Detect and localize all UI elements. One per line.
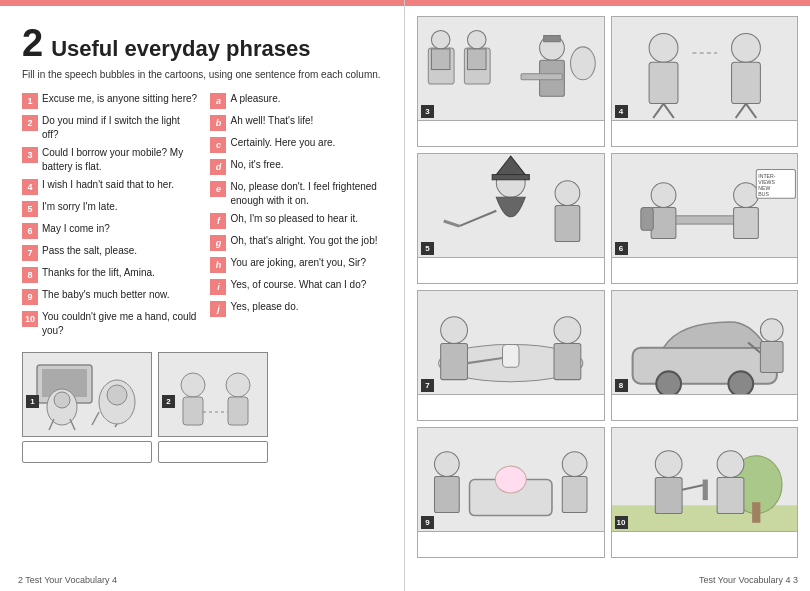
item-text: Oh, I'm so pleased to hear it. bbox=[230, 212, 358, 226]
item-number: 10 bbox=[22, 311, 38, 327]
svg-text:VIEWS: VIEWS bbox=[758, 179, 775, 185]
column-right: a A pleasure. b Ah well! That's life! c … bbox=[206, 92, 386, 342]
svg-point-43 bbox=[555, 181, 580, 206]
cartoon-image-9 bbox=[418, 428, 604, 531]
cartoon-sketch-1 bbox=[27, 357, 147, 432]
svg-point-32 bbox=[731, 33, 760, 62]
cartoon-cell-8: 8 bbox=[611, 290, 799, 421]
cartoon-image-5 bbox=[418, 154, 604, 257]
footer-left: 2 Test Your Vocabulary 4 bbox=[0, 575, 404, 585]
cartoon-badge-3: 3 bbox=[421, 105, 434, 118]
cartoon-badge-6: 6 bbox=[615, 242, 628, 255]
list-item: 7 Pass the salt, please. bbox=[22, 244, 198, 261]
left-page: 2 Useful everyday phrases Fill in the sp… bbox=[0, 0, 405, 591]
cartoon-cell-1: 1 bbox=[22, 352, 152, 437]
svg-rect-21 bbox=[467, 49, 486, 70]
cartoon-cell-10: 10 bbox=[611, 427, 799, 558]
cartoon-speech-5 bbox=[418, 257, 604, 283]
svg-point-68 bbox=[728, 371, 753, 394]
page-title: 2 Useful everyday phrases bbox=[22, 24, 386, 62]
cartoon-speech-3 bbox=[418, 120, 604, 146]
cartoon-speech-10 bbox=[612, 531, 798, 557]
list-item: g Oh, that's alright. You got the job! bbox=[210, 234, 386, 251]
item-text: Yes, of course. What can I do? bbox=[230, 278, 366, 292]
chapter-number: 2 bbox=[22, 24, 43, 62]
svg-rect-70 bbox=[760, 342, 783, 373]
svg-point-75 bbox=[434, 452, 459, 477]
svg-rect-66 bbox=[632, 348, 776, 384]
svg-rect-55 bbox=[651, 208, 676, 239]
item-text: Oh, that's alright. You got the job! bbox=[230, 234, 377, 248]
svg-point-54 bbox=[651, 183, 676, 208]
list-item: e No, please don't. I feel frightened en… bbox=[210, 180, 386, 207]
svg-rect-82 bbox=[752, 502, 760, 523]
cartoon-speech-4 bbox=[612, 120, 798, 146]
item-letter: e bbox=[210, 181, 226, 197]
cartoon-cell-3: 3 bbox=[417, 16, 605, 147]
footer-right-text: Test Your Vocabulary 4 3 bbox=[699, 575, 798, 585]
svg-text:INTER-: INTER- bbox=[758, 173, 775, 179]
item-letter: g bbox=[210, 235, 226, 251]
list-item: 8 Thanks for the lift, Amina. bbox=[22, 266, 198, 283]
item-number: 3 bbox=[22, 147, 38, 163]
svg-point-77 bbox=[562, 452, 587, 477]
svg-line-9 bbox=[70, 419, 75, 430]
svg-line-5 bbox=[115, 424, 117, 427]
svg-rect-29 bbox=[649, 62, 678, 103]
svg-rect-56 bbox=[640, 208, 652, 231]
cartoon-image-3 bbox=[418, 17, 604, 120]
svg-point-28 bbox=[649, 33, 678, 62]
item-number: 5 bbox=[22, 201, 38, 217]
svg-rect-40 bbox=[492, 175, 529, 180]
svg-rect-88 bbox=[717, 478, 744, 514]
item-text: Thanks for the lift, Amina. bbox=[42, 266, 155, 280]
svg-rect-24 bbox=[544, 36, 560, 42]
column-left: 1 Excuse me, is anyone sitting here? 2 D… bbox=[22, 92, 206, 342]
item-text: Do you mind if I switch the light off? bbox=[42, 114, 198, 141]
cartoon-cell-9: 9 bbox=[417, 427, 605, 558]
item-letter: i bbox=[210, 279, 226, 295]
svg-point-59 bbox=[441, 317, 468, 344]
list-item: 3 Could I borrow your mobile? My battery… bbox=[22, 146, 198, 173]
svg-rect-48 bbox=[733, 208, 758, 239]
item-letter: j bbox=[210, 301, 226, 317]
svg-point-67 bbox=[656, 371, 681, 394]
item-letter: b bbox=[210, 115, 226, 131]
cartoon-image-4 bbox=[612, 17, 798, 120]
bottom-cartoon-row: 1 2 bbox=[22, 352, 386, 463]
cartoon-cell-4: 4 bbox=[611, 16, 799, 147]
list-item: 5 I'm sorry I'm late. bbox=[22, 200, 198, 217]
cartoon-badge-10: 10 bbox=[615, 516, 628, 529]
svg-point-74 bbox=[495, 466, 526, 493]
svg-rect-33 bbox=[731, 62, 760, 103]
svg-rect-78 bbox=[562, 477, 587, 513]
item-text: I wish I hadn't said that to her. bbox=[42, 178, 174, 192]
svg-rect-11 bbox=[183, 397, 203, 425]
cartoon-badge-8: 8 bbox=[615, 379, 628, 392]
list-item: 9 The baby's much better now. bbox=[22, 288, 198, 305]
svg-rect-19 bbox=[431, 49, 450, 70]
cartoon-image-8 bbox=[612, 291, 798, 394]
item-text: No, it's free. bbox=[230, 158, 283, 172]
item-letter: a bbox=[210, 93, 226, 109]
svg-point-47 bbox=[733, 183, 758, 208]
item-letter: c bbox=[210, 137, 226, 153]
list-item: d No, it's free. bbox=[210, 158, 386, 175]
item-text: Could I borrow your mobile? My battery i… bbox=[42, 146, 198, 173]
cartoon-cell-5: 5 bbox=[417, 153, 605, 284]
cartoon-badge-1: 1 bbox=[26, 395, 39, 408]
svg-point-69 bbox=[760, 319, 783, 342]
item-number: 1 bbox=[22, 93, 38, 109]
cartoon-image-6: INTER- VIEWS NEW BUS bbox=[612, 154, 798, 257]
svg-line-8 bbox=[49, 419, 54, 430]
cartoon-speech-7 bbox=[418, 394, 604, 420]
item-number: 2 bbox=[22, 115, 38, 131]
speech-bubble-2 bbox=[158, 441, 268, 463]
svg-rect-27 bbox=[612, 17, 797, 120]
cartoon-image-10 bbox=[612, 428, 798, 531]
list-item: i Yes, of course. What can I do? bbox=[210, 278, 386, 295]
item-text: You couldn't give me a hand, could you? bbox=[42, 310, 198, 337]
list-item: a A pleasure. bbox=[210, 92, 386, 109]
svg-point-12 bbox=[226, 373, 250, 397]
svg-point-18 bbox=[431, 30, 450, 49]
